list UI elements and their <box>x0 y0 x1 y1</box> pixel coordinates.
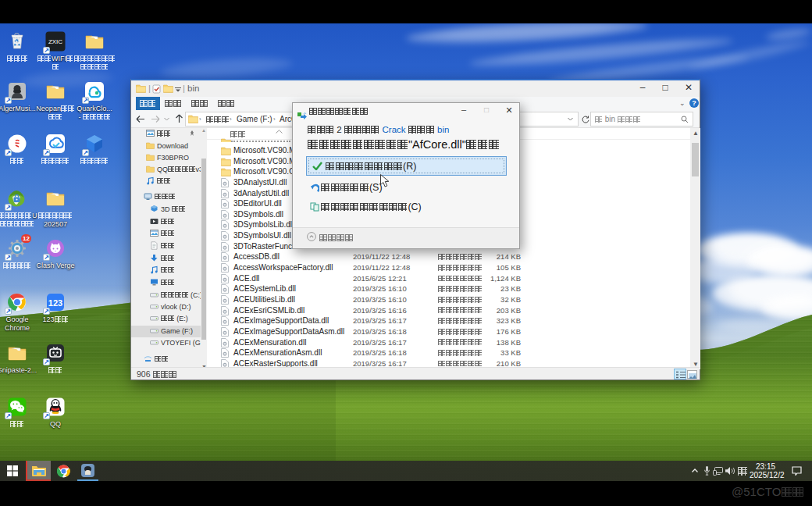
svg-text:ZXIC: ZXIC <box>48 38 62 45</box>
svg-text:123: 123 <box>48 298 62 308</box>
